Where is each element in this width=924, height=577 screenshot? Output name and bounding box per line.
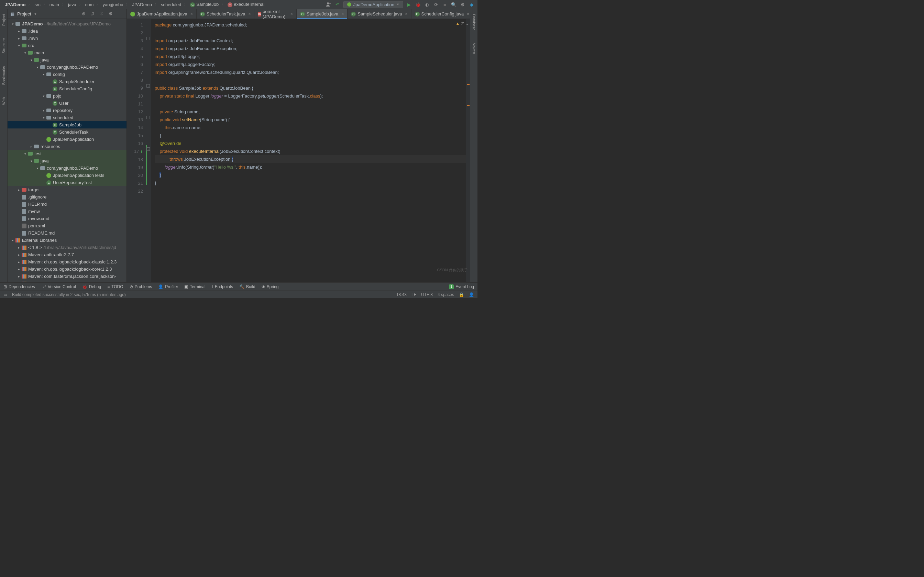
tree-node[interactable]: ▾External Libraries xyxy=(8,237,126,244)
tree-node[interactable]: ▸Maven: antlr:antlr:2.7.7 xyxy=(8,251,126,258)
coverage-icon[interactable]: ◐ xyxy=(424,2,430,8)
status-encoding[interactable]: UTF-8 xyxy=(421,292,433,297)
fold-gutter[interactable]: ---- xyxy=(146,19,151,282)
tool-project[interactable]: Project xyxy=(2,11,6,29)
tree-twisty[interactable]: ▸ xyxy=(16,188,21,192)
tool-maven[interactable]: Maven xyxy=(472,40,476,56)
tree-twisty[interactable]: ▾ xyxy=(23,152,27,156)
tree-node[interactable]: ▾scheduled xyxy=(8,114,126,121)
close-icon[interactable]: × xyxy=(405,12,408,16)
search-icon[interactable]: 🔍 xyxy=(451,2,457,8)
crumb[interactable]: com xyxy=(83,2,96,8)
tree-node[interactable]: ▸Maven: com.fasterxml.jackson.core:jacks… xyxy=(8,280,126,282)
crumb[interactable]: scheduled xyxy=(159,2,183,8)
tree-twisty[interactable]: ▾ xyxy=(16,44,21,47)
tree-node[interactable]: ▾java xyxy=(8,157,126,164)
tree-node[interactable]: ▸repository xyxy=(8,107,126,114)
tree-twisty[interactable]: ▾ xyxy=(35,166,40,170)
tree-twisty[interactable]: ▾ xyxy=(41,95,46,98)
editor-tab[interactable]: SampleScheduler.java× xyxy=(347,9,411,19)
tree-twisty[interactable]: ▸ xyxy=(29,145,34,148)
tool-version-control[interactable]: ⎇Version Control xyxy=(41,284,76,289)
hide-icon[interactable]: — xyxy=(118,11,124,17)
tree-twisty[interactable]: ▾ xyxy=(41,73,46,76)
notify-icon[interactable]: 👤 xyxy=(469,292,474,297)
tree-twisty[interactable]: ▸ xyxy=(16,37,21,40)
tree-twisty[interactable]: ▸ xyxy=(16,268,21,271)
editor-tab[interactable]: JpaDemoApplication.java× xyxy=(127,9,197,19)
fold-marker[interactable]: - xyxy=(147,147,150,151)
tree-node[interactable]: .gitignore xyxy=(8,193,126,201)
collapse-icon[interactable]: ⇳ xyxy=(100,11,106,17)
event-log[interactable]: 1Event Log xyxy=(449,284,474,289)
debug-icon[interactable]: 🐞 xyxy=(415,2,421,8)
stop-icon[interactable]: ■ xyxy=(442,2,448,8)
tree-node[interactable]: ▸target xyxy=(8,186,126,193)
settings-icon[interactable]: ⚙ xyxy=(460,2,466,8)
tree-node[interactable]: SampleScheduler xyxy=(8,78,126,85)
chevron-down-icon[interactable]: ⌄ xyxy=(465,21,469,26)
run-config-selector[interactable]: JpaDemoApplication ▼ xyxy=(343,1,403,8)
tool-problems[interactable]: ⊘Problems xyxy=(129,284,152,289)
chevron-down-icon[interactable]: ▼ xyxy=(34,12,37,16)
tree-node[interactable]: JpaDemoApplication xyxy=(8,136,126,143)
close-icon[interactable]: × xyxy=(248,12,250,16)
error-stripe[interactable] xyxy=(466,19,470,282)
tree-node[interactable]: ▾test xyxy=(8,150,126,157)
tree-node[interactable]: ▸.mvn xyxy=(8,35,126,42)
tree-node[interactable]: ▸resources xyxy=(8,143,126,150)
tree-node[interactable]: ▾com.yangjunbo.JPADemo xyxy=(8,63,126,71)
tree-twisty[interactable]: ▸ xyxy=(16,253,21,256)
locate-icon[interactable]: ⊕ xyxy=(82,11,88,17)
crumb[interactable]: yangjunbo xyxy=(100,2,125,8)
tree-node[interactable]: HELP.md xyxy=(8,201,126,208)
tool-spring[interactable]: ❀Spring xyxy=(262,284,279,289)
tool-structure[interactable]: Structure xyxy=(2,35,6,56)
tool-dependencies[interactable]: ⊞Dependencies xyxy=(3,284,35,289)
tool-bookmarks[interactable]: Bookmarks xyxy=(2,63,6,88)
crumb[interactable]: SampleJob xyxy=(188,1,221,8)
chevron-up-icon[interactable]: ⌃ xyxy=(461,21,465,26)
line-gutter[interactable]: 1234567891011121314151617 ⬆1819202122 xyxy=(127,19,146,282)
tree-twisty[interactable]: ▾ xyxy=(23,51,27,55)
tree-node[interactable]: UserRepositoryTest xyxy=(8,179,126,186)
editor-tab[interactable]: mpom.xml (JPADemo)× xyxy=(254,9,296,19)
gear-icon[interactable]: ⚙ xyxy=(108,11,115,17)
tool-profiler[interactable]: 👤Profiler xyxy=(158,284,178,289)
tree-node[interactable]: ▾pojo xyxy=(8,92,126,100)
tree-node[interactable]: README.md xyxy=(8,229,126,237)
tree-node[interactable]: ▸Maven: ch.qos.logback:logback-core:1.2.… xyxy=(8,266,126,273)
tree-node[interactable]: ▾config xyxy=(8,71,126,78)
tree-node[interactable]: mvnw xyxy=(8,208,126,215)
crumb[interactable]: java xyxy=(66,2,78,8)
tool-endpoints[interactable]: ⟟Endpoints xyxy=(212,284,233,289)
status-line-sep[interactable]: LF xyxy=(412,292,416,297)
tree-node[interactable]: ▸.idea xyxy=(8,27,126,35)
tool-build[interactable]: 🔨Build xyxy=(239,284,255,289)
tool-web[interactable]: Web xyxy=(2,95,6,108)
close-icon[interactable]: × xyxy=(291,12,293,16)
add-user-icon[interactable] xyxy=(326,2,332,8)
lock-icon[interactable]: 🔒 xyxy=(459,292,464,297)
project-tree[interactable]: ▾JPADemo~/kaifa/IdeaWorkspace/JPADemo▸.i… xyxy=(8,19,126,282)
tree-node[interactable]: ▸< 1.8 >/Library/Java/JavaVirtualMachine… xyxy=(8,244,126,251)
crumb[interactable]: mexecuteInternal xyxy=(226,1,267,8)
tool-todo[interactable]: ≡TODO xyxy=(107,284,123,289)
tree-node[interactable]: ▾src xyxy=(8,42,126,49)
tree-node[interactable]: SchedulerConfig xyxy=(8,85,126,92)
tree-node[interactable]: mvnw.cmd xyxy=(8,215,126,222)
close-icon[interactable]: × xyxy=(341,12,344,16)
close-icon[interactable]: × xyxy=(191,12,193,16)
tree-twisty[interactable]: ▾ xyxy=(35,66,40,69)
editor-tab[interactable]: SampleJob.java× xyxy=(297,9,348,19)
tree-node[interactable]: JpaDemoApplicationTests xyxy=(8,172,126,179)
tree-twisty[interactable]: ▾ xyxy=(10,239,15,242)
run-icon[interactable]: ▶ xyxy=(406,2,412,8)
tree-twisty[interactable]: ▾ xyxy=(29,58,34,62)
shield-icon[interactable]: ◆ xyxy=(468,2,475,8)
tree-twisty[interactable]: ▾ xyxy=(10,22,15,26)
crumb[interactable]: src xyxy=(32,2,42,8)
tree-twisty[interactable]: ▾ xyxy=(41,116,46,119)
tool-debug[interactable]: 🐞Debug xyxy=(82,284,101,289)
tree-node[interactable]: ▾JPADemo~/kaifa/IdeaWorkspace/JPADemo xyxy=(8,20,126,27)
